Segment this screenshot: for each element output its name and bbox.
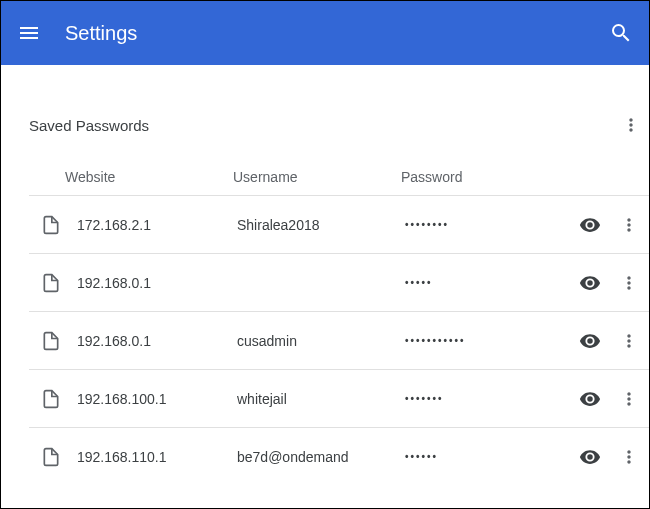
file-icon <box>41 273 61 293</box>
table-row: 172.168.2.1Shiralea2018•••••••• <box>29 195 649 253</box>
page-title: Settings <box>65 22 609 45</box>
username-cell: be7d@ondemand <box>237 449 405 465</box>
password-cell: ••••••••••• <box>405 335 561 346</box>
eye-icon[interactable] <box>579 214 601 236</box>
table-row: 192.168.0.1cusadmin••••••••••• <box>29 311 649 369</box>
password-cell: •••••••• <box>405 219 561 230</box>
passwords-table: Website Username Password 172.168.2.1Shi… <box>29 159 649 485</box>
search-icon[interactable] <box>609 21 633 45</box>
file-icon <box>41 389 61 409</box>
table-row: 192.168.100.1whitejail••••••• <box>29 369 649 427</box>
content: Saved Passwords Website Username Passwor… <box>1 65 649 485</box>
file-icon <box>41 447 61 467</box>
password-cell: ••••••• <box>405 393 561 404</box>
section-title: Saved Passwords <box>29 117 149 134</box>
row-more-icon[interactable] <box>619 389 639 409</box>
row-more-icon[interactable] <box>619 273 639 293</box>
table-row: 192.168.0.1••••• <box>29 253 649 311</box>
password-cell: •••••• <box>405 451 561 462</box>
eye-icon[interactable] <box>579 272 601 294</box>
col-header-username: Username <box>233 169 401 185</box>
website-cell[interactable]: 172.168.2.1 <box>77 217 237 233</box>
website-cell[interactable]: 192.168.100.1 <box>77 391 237 407</box>
section-more-icon[interactable] <box>621 115 641 135</box>
table-header: Website Username Password <box>65 159 649 195</box>
username-cell: cusadmin <box>237 333 405 349</box>
eye-icon[interactable] <box>579 330 601 352</box>
username-cell: Shiralea2018 <box>237 217 405 233</box>
menu-icon[interactable] <box>17 21 41 45</box>
row-more-icon[interactable] <box>619 447 639 467</box>
content-scroll[interactable]: Saved Passwords Website Username Passwor… <box>1 65 649 508</box>
password-cell: ••••• <box>405 277 561 288</box>
table-row: 192.168.110.1be7d@ondemand•••••• <box>29 427 649 485</box>
col-header-password: Password <box>401 169 649 185</box>
row-more-icon[interactable] <box>619 331 639 351</box>
section-header: Saved Passwords <box>29 115 649 135</box>
website-cell[interactable]: 192.168.0.1 <box>77 275 237 291</box>
website-cell[interactable]: 192.168.110.1 <box>77 449 237 465</box>
row-more-icon[interactable] <box>619 215 639 235</box>
username-cell: whitejail <box>237 391 405 407</box>
eye-icon[interactable] <box>579 388 601 410</box>
eye-icon[interactable] <box>579 446 601 468</box>
app-header: Settings <box>1 1 649 65</box>
file-icon <box>41 215 61 235</box>
file-icon <box>41 331 61 351</box>
website-cell[interactable]: 192.168.0.1 <box>77 333 237 349</box>
col-header-website: Website <box>65 169 233 185</box>
